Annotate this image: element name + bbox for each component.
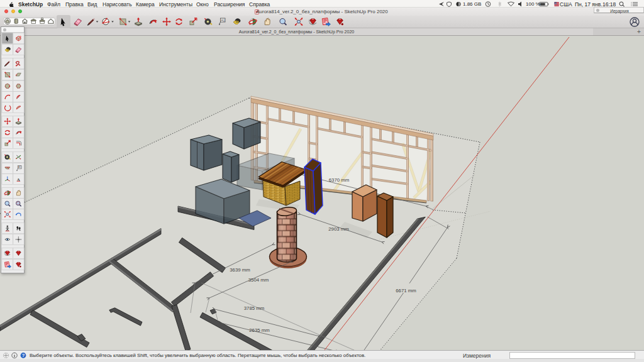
svg-text:6671 mm: 6671 mm xyxy=(396,288,416,293)
svg-text:6370 mm: 6370 mm xyxy=(329,177,350,183)
svg-text:3785 mm: 3785 mm xyxy=(244,305,265,311)
svg-text:?: ? xyxy=(22,353,25,358)
svg-text:2635 mm: 2635 mm xyxy=(249,327,270,333)
svg-text:A1: A1 xyxy=(221,19,225,22)
svg-text:3639 mm: 3639 mm xyxy=(230,267,250,273)
svg-text:3504 mm: 3504 mm xyxy=(248,277,269,283)
svg-text:2903 mm: 2903 mm xyxy=(328,226,349,232)
svg-text:A1: A1 xyxy=(18,166,21,168)
